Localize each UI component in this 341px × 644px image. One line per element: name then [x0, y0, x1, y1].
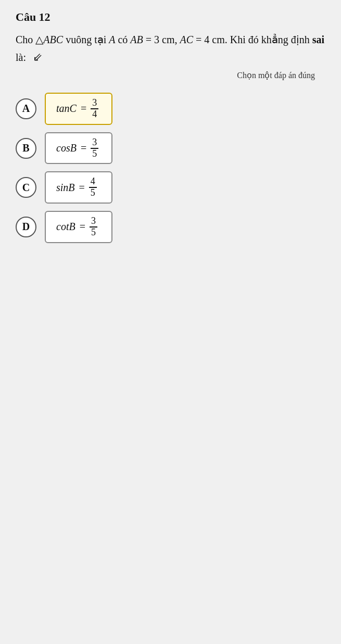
- option-b-expression: cosB: [56, 142, 77, 154]
- question-number: Câu 12: [16, 10, 325, 24]
- option-c-fraction: 4 5: [89, 176, 97, 198]
- question-container: Câu 12 Cho △ABC vuông tại A có AB = 3 cm…: [16, 10, 325, 243]
- instruction-text: Chọn một đáp án đúng: [16, 70, 325, 80]
- option-d-equals: =: [80, 221, 85, 233]
- option-box-b[interactable]: cosB = 3 5: [45, 132, 112, 165]
- option-a-fraction: 3 4: [91, 98, 98, 120]
- option-d-expression: cotB: [56, 221, 75, 233]
- question-body: Cho △ABC vuông tại A có AB = 3 cm, AC = …: [16, 31, 325, 66]
- option-row-a[interactable]: A tanC = 3 4: [16, 93, 325, 125]
- option-box-d[interactable]: cotB = 3 5: [45, 211, 112, 243]
- option-c-numerator: 4: [89, 176, 97, 188]
- option-b-denominator: 5: [91, 149, 98, 159]
- option-c-expression: sinB: [56, 182, 75, 194]
- question-text: Cho △ABC vuông tại A có AB = 3 cm, AC = …: [16, 34, 324, 63]
- option-d-numerator: 3: [90, 216, 97, 228]
- option-row-c[interactable]: C sinB = 4 5: [16, 171, 325, 204]
- option-d-fraction: 3 5: [90, 216, 97, 238]
- option-c-denominator: 5: [89, 188, 97, 198]
- option-d-denominator: 5: [90, 228, 97, 238]
- option-a-denominator: 4: [91, 109, 98, 120]
- option-row-b[interactable]: B cosB = 3 5: [16, 132, 325, 165]
- option-b-numerator: 3: [91, 137, 98, 149]
- option-label-c: C: [16, 177, 36, 198]
- option-box-c[interactable]: sinB = 4 5: [45, 171, 112, 204]
- option-a-numerator: 3: [91, 98, 98, 109]
- option-b-fraction: 3 5: [91, 137, 98, 159]
- option-label-a: A: [16, 98, 36, 119]
- option-label-d: D: [16, 217, 36, 237]
- arrow-icon: ⇙: [33, 48, 42, 66]
- option-b-equals: =: [81, 142, 86, 154]
- option-box-a[interactable]: tanC = 3 4: [45, 93, 112, 125]
- option-a-expression: tanC: [56, 103, 77, 115]
- option-a-equals: =: [81, 103, 86, 115]
- option-c-equals: =: [79, 182, 85, 194]
- options-list: A tanC = 3 4 B cosB = 3 5: [16, 93, 325, 243]
- option-label-b: B: [16, 138, 36, 159]
- option-row-d[interactable]: D cotB = 3 5: [16, 211, 325, 243]
